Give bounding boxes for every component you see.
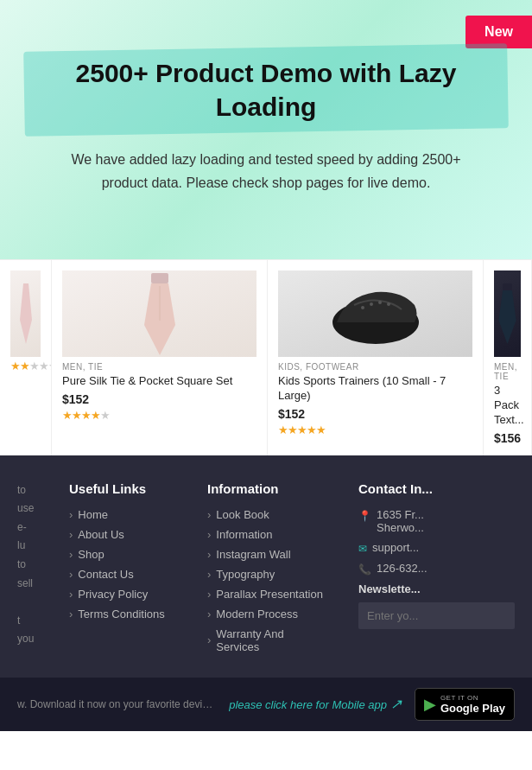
arrow-icon: ↗ xyxy=(390,697,402,711)
hero-subtitle: We have added lazy loading and tested sp… xyxy=(59,148,473,194)
svg-point-6 xyxy=(370,302,373,306)
product-stars: ★★★★★ xyxy=(278,423,472,436)
footer-link-modern[interactable]: Modern Process xyxy=(207,608,324,620)
contact-email: ✉ support... xyxy=(358,541,515,555)
svg-marker-0 xyxy=(20,283,32,344)
product-price: $152 xyxy=(62,392,256,406)
footer-link-information[interactable]: Information xyxy=(207,528,324,541)
footer-link-warranty[interactable]: Warranty And Services xyxy=(207,627,324,653)
product-stars: ★★★★★ xyxy=(62,409,256,422)
email-icon: ✉ xyxy=(358,543,367,555)
svg-point-5 xyxy=(361,306,364,309)
product-image-tie xyxy=(62,270,256,357)
footer-link-parallax[interactable]: Parallax Presentation xyxy=(207,588,324,601)
svg-rect-9 xyxy=(503,283,512,290)
footer-link-privacy[interactable]: Privacy Policy xyxy=(69,588,173,601)
contact-phone-text: 126-632... xyxy=(377,562,428,575)
footer-link-instagram[interactable]: Instagram Wall xyxy=(207,548,324,561)
hero-title: 2500+ Product Demo with Lazy Loading xyxy=(41,56,491,124)
product-name: Pure Silk Tie & Pocket Square Set xyxy=(62,374,256,389)
footer-link-shop[interactable]: Shop xyxy=(69,548,173,561)
footer-link-contact[interactable]: Contact Us xyxy=(69,568,173,581)
product-meta: MEN, TIE xyxy=(494,362,521,381)
google-play-icon: ▶ xyxy=(424,695,436,714)
newsletter-input[interactable] xyxy=(358,602,515,629)
product-name: Kids Sports Trainers (10 Small - 7 Large… xyxy=(278,374,472,404)
bottom-left-text: w. Download it now on your favorite devi… xyxy=(17,698,216,710)
contact-phone: 📞 126-632... xyxy=(358,562,515,576)
google-play-get-it: GET IT ON xyxy=(440,694,505,702)
footer-link-home[interactable]: Home xyxy=(69,508,173,521)
product-meta: KIDS, FOOTWEAR xyxy=(278,362,472,372)
footer-link-terms[interactable]: Terms Conditions xyxy=(69,608,173,620)
newsletter-title: Newslette... xyxy=(358,582,515,595)
svg-rect-1 xyxy=(151,273,168,283)
mobile-cta[interactable]: please click here for Mobile app ↗ xyxy=(216,696,415,712)
contact-address-text: 1635 Fr...Sherwo... xyxy=(377,508,424,534)
footer-section: to use e-lu to sellt you Useful Links Ho… xyxy=(0,455,532,678)
footer-link-typography[interactable]: Typography xyxy=(207,568,324,581)
footer-useful-links: Useful Links Home About Us Shop Contact … xyxy=(52,481,190,660)
svg-point-7 xyxy=(378,301,382,304)
hero-highlight: 2500+ Product Demo with Lazy Loading xyxy=(41,56,491,124)
hero-section: New 2500+ Product Demo with Lazy Loading… xyxy=(0,0,532,259)
svg-marker-10 xyxy=(498,290,516,344)
footer-col-partial: to use e-lu to sellt you xyxy=(0,481,52,660)
footer-link-lookbook[interactable]: Look Book xyxy=(207,508,324,521)
footer-partial-text: to use e-lu to sellt you xyxy=(17,481,35,649)
svg-point-8 xyxy=(387,302,390,306)
useful-links-title: Useful Links xyxy=(69,481,173,496)
google-play-badge[interactable]: ▶ GET IT ON Google Play xyxy=(415,688,515,721)
footer-information: Information Look Book Information Instag… xyxy=(190,481,341,660)
products-section: ★★★★★ MEN, TIE Pure Silk Tie & Pocket Sq… xyxy=(0,259,532,455)
information-title: Information xyxy=(207,481,324,496)
product-stars: ★★★★★ xyxy=(10,360,41,372)
product-card-tie[interactable]: MEN, TIE Pure Silk Tie & Pocket Square S… xyxy=(52,260,268,455)
product-image xyxy=(10,270,41,357)
location-icon: 📍 xyxy=(358,510,371,522)
phone-icon: 📞 xyxy=(358,563,371,576)
footer-contact: Contact In... 📍 1635 Fr...Sherwo... ✉ su… xyxy=(341,481,532,660)
product-card-partial-right: MEN, TIE 3 Pack Text... $156 xyxy=(484,260,532,455)
product-meta: MEN, TIE xyxy=(62,362,256,372)
google-play-store: Google Play xyxy=(440,702,505,715)
contact-email-text: support... xyxy=(372,541,419,554)
bottom-bar: w. Download it now on your favorite devi… xyxy=(0,678,532,731)
product-image-dark xyxy=(494,270,521,357)
mobile-cta-text: please click here for Mobile app xyxy=(229,698,387,711)
product-price: $152 xyxy=(278,407,472,421)
contact-title: Contact In... xyxy=(358,481,515,496)
product-name: 3 Pack Text... xyxy=(494,384,521,428)
footer-link-about[interactable]: About Us xyxy=(69,528,173,541)
product-price: $156 xyxy=(494,431,521,445)
product-card-partial: ★★★★★ xyxy=(0,260,52,455)
product-image-shoe xyxy=(278,270,472,357)
product-card-shoe[interactable]: KIDS, FOOTWEAR Kids Sports Trainers (10 … xyxy=(268,260,484,455)
contact-address: 📍 1635 Fr...Sherwo... xyxy=(358,508,515,534)
